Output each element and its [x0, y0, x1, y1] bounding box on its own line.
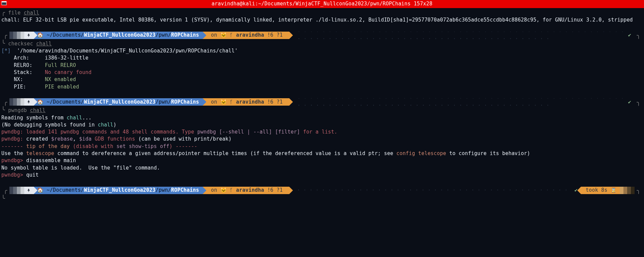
output-line: Reading symbols from chall... [1, 114, 643, 121]
os-logo-segment [24, 187, 34, 194]
cmd-line: ╭ file chall [1, 9, 643, 16]
prompt-input-line[interactable]: ╰ [1, 195, 643, 203]
output-line: pwndbg: created $rebase, $ida GDB functi… [1, 136, 643, 143]
linux-icon [26, 100, 31, 104]
os-logo-segment [24, 98, 34, 106]
pwndbg-prompt[interactable]: pwndbg> quit [1, 172, 643, 179]
box-corner-icon: ╮ [635, 32, 643, 39]
path-segment: 🏠 ~/Documents/WinjaCTF_NullconGoa2023/pw… [34, 98, 203, 106]
output-line: No symbol table is loaded. Use the "file… [1, 164, 643, 172]
info-marker: [*] [1, 48, 11, 54]
path-segment: 🏠 ~/Documents/WinjaCTF_NullconGoa2023/pw… [34, 187, 203, 194]
prompt-row: ╭ 🏠 ~/Documents/WinjaCTF_NullconGoa2023/… [1, 98, 643, 106]
git-segment: on 🐱 ᚶ aravindha !6 ?1 [203, 32, 289, 39]
prompt-row: ╭ 🏠 ~/Documents/WinjaCTF_NullconGoa2023/… [1, 32, 643, 39]
git-segment: on 🐱 ᚶ aravindha !6 ?1 [203, 187, 289, 194]
checksec-row: Stack: No canary found [1, 69, 643, 76]
cmd-line: ╰ pwngdb chall [1, 106, 643, 114]
output-line: [*] '/home/aravindha/Documents/WinjaCTF_… [1, 47, 643, 54]
checksec-row: RELRO: Full RELRO [1, 62, 643, 69]
git-segment: on 🐱 ᚶ aravindha !6 ?1 [203, 98, 289, 106]
timing-segment: took 8s ⌛ [581, 187, 620, 194]
output-line: ------- tip of the day (disable with set… [1, 143, 643, 150]
window-icon [1, 1, 7, 6]
checksec-row: NX: NX enabled [1, 76, 643, 83]
git-branch-icon: 🐱 ᚶ [220, 32, 236, 39]
os-logo-segment [24, 32, 34, 39]
terminal[interactable]: ╭ file chall chall: ELF 32-bit LSB pie e… [0, 8, 644, 203]
hourglass-icon: ⌛ [611, 187, 616, 194]
fade-decoration [9, 32, 24, 39]
box-corner-icon: ╭ [1, 32, 9, 39]
pwndbg-prompt[interactable]: pwndbg> disassemble main [1, 157, 643, 164]
cmd-line: ╰ checksec chall [1, 40, 643, 47]
status-check-icon: ✔ [625, 99, 635, 106]
output-line: chall: ELF 32-bit LSB pie executable, In… [1, 16, 643, 24]
path-segment: 🏠 ~/Documents/WinjaCTF_NullconGoa2023/pw… [34, 32, 203, 39]
svg-rect-1 [2, 1, 6, 2]
checksec-row: PIE: PIE enabled [1, 83, 643, 90]
output-line: Use the telescope command to dereference… [1, 150, 643, 157]
output-line: (No debugging symbols found in chall) [1, 121, 643, 128]
checksec-row: Arch: i386-32-little [1, 54, 643, 62]
window-title: aravindha@kali:~/Documents/WinjaCTF_Null… [212, 0, 432, 7]
prompt-row: ╭ 🏠 ~/Documents/WinjaCTF_NullconGoa2023/… [1, 187, 643, 194]
linux-icon [26, 33, 31, 38]
window-titlebar: aravindha@kali:~/Documents/WinjaCTF_Null… [0, 0, 644, 8]
separator-dots: · · · · · · · · · · · · · · · · · · · · … [291, 32, 624, 39]
linux-icon [26, 188, 31, 193]
status-check-icon: ✔ [625, 32, 635, 39]
output-line: pwndbg: loaded 141 pwndbg commands and 4… [1, 128, 643, 136]
